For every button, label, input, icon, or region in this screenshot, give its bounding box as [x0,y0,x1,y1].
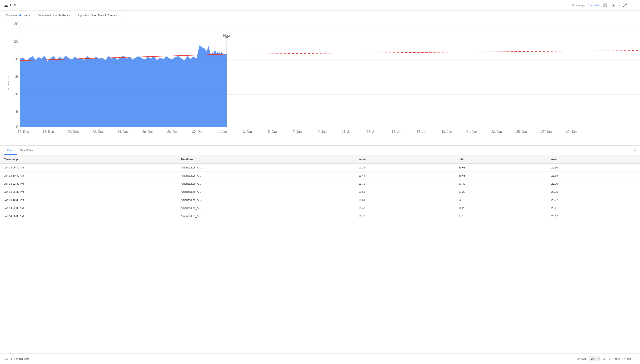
cell-1: America/Los_A... [177,164,354,172]
double-left-icon[interactable]: « [602,357,606,361]
svg-text:7. Jan: 7. Jan [293,130,302,134]
svg-line-4 [626,4,627,5]
more-icon[interactable]: ⋮ [630,2,636,8]
svg-text:22. Dec: 22. Dec [92,130,104,134]
cell-0: Jan 13 06:30 AM [0,164,177,172]
cell-2: 11.43 [354,204,454,212]
svg-text:18. Dec: 18. Dec [43,130,54,134]
time-range-label: Time range: [572,4,586,7]
svg-text:15. Jan: 15. Jan [392,130,402,134]
svg-text:21. Jan: 21. Jan [466,130,477,134]
data-table: Timestamp TimeZone kernel total user Jan… [0,155,640,220]
chart-container: % of one core 30 25 20 15 10 5 0 [0,20,640,146]
cell-1: America/Los_A... [177,180,354,188]
cell-4: 22.97 [547,196,640,204]
cell-0: Jan 13 10:30 AM [0,172,177,180]
svg-text:19. Jan: 19. Jan [442,130,452,134]
col-timezone: TimeZone [177,155,354,164]
svg-text:25. Jan: 25. Jan [516,130,527,134]
chevron-down-icon-page: ▾ [624,358,625,360]
export-icon[interactable] [602,2,608,8]
svg-text:25: 25 [14,40,18,44]
cell-2: 11.70 [354,212,454,220]
svg-text:28. Dec: 28. Dec [167,130,178,134]
svg-rect-0 [604,4,607,7]
per-page-label: Per Page: [576,357,588,360]
cpu-icon: ☁ [4,3,8,8]
cell-1: America/Los_A... [177,204,354,212]
svg-text:1. Jan: 1. Jan [218,130,227,134]
cell-3: 36.76 [454,196,547,204]
cell-4: 23.36 [547,180,640,188]
cell-4: 22.61 [547,204,640,212]
svg-line-5 [624,6,625,7]
svg-text:27. Jan: 27. Jan [541,130,552,134]
cell-0: Jan 14 02:30 AM [0,204,177,212]
svg-text:0: 0 [16,125,18,129]
chevron-left-icon[interactable]: ‹ [608,357,611,361]
cell-3: 35.61 [454,164,547,172]
footer: 151 - 175 of 181 Data Per Page: 25 50 10… [0,354,640,364]
svg-text:13. Jan: 13. Jan [367,130,378,134]
cell-4: 22.30 [547,164,640,172]
svg-text:3. Jan: 3. Jan [243,130,252,134]
cell-2: 11.78 [354,180,454,188]
cell-2: 11.51 [354,196,454,204]
header-right-actions: Time range: 1 month ▾ ▾ ⋮ [572,2,636,8]
svg-text:23. Jan: 23. Jan [491,130,502,134]
data-table-container: Timestamp TimeZone kernel total user Jan… [0,155,640,354]
cell-2: 11.63 [354,188,454,196]
expand-icon[interactable] [622,2,628,8]
chevron-right-icon[interactable]: › [632,357,636,361]
chart-inner: 30 25 20 15 10 5 0 [12,22,640,137]
svg-text:24. Dec: 24. Dec [117,130,128,134]
forecast-value: 14 days [59,14,68,17]
footer-summary: 151 - 175 of 181 Data [4,357,30,360]
table-row: Jan 13 06:30 AMAmerica/Los_A...11.1435.6… [0,164,640,172]
table-header-row: Timestamp TimeZone kernel total user [0,155,640,164]
tabs-row: Data Ops Notes ▾ [0,146,640,155]
controls-row: Datapoint: user ▾ Forecasted data: 14 da… [0,10,640,20]
table-row: Jan 13 02:30 PMAmerica/Los_A...11.7837.3… [0,180,640,188]
cell-1: America/Los_A... [177,188,354,196]
svg-rect-22 [227,22,640,129]
datapoint-label: Datapoint: [6,14,18,17]
cell-2: 11.44 [354,172,454,180]
table-row: Jan 13 10:30 AMAmerica/Los_A...11.4436.5… [0,172,640,180]
forecast-control[interactable]: Forecasted data: 14 days ▾ [36,13,72,18]
table-row: Jan 14 06:30 AMAmerica/Los_A...11.7037.1… [0,212,640,220]
header: ☁ CPU Time range: 1 month ▾ ▾ ⋮ [0,0,640,10]
cell-2: 11.14 [354,164,454,172]
page-value[interactable]: 7 ▾ [622,357,625,360]
forecast-label: Forecasted data: [38,14,58,17]
svg-text:20: 20 [14,57,18,61]
datapoint-control[interactable]: Datapoint: user ▾ [4,13,32,18]
algorithm-label: Algorithm: [78,14,90,17]
footer-pagination: Per Page: 25 50 100 « ‹ Page: 7 ▾ of 8 › [576,356,636,361]
total-pages: of 8 [626,357,631,360]
tab-data[interactable]: Data [4,146,16,155]
svg-text:30: 30 [14,22,18,26]
time-range-value[interactable]: 1 month ▾ [588,4,600,7]
cell-4: 23.17 [547,212,640,220]
page-title-section: ☁ CPU [4,3,18,8]
svg-text:5. Jan: 5. Jan [268,130,277,134]
chart-svg: 30 25 20 15 10 5 0 [12,22,640,137]
cell-1: America/Los_A... [177,212,354,220]
table-row: Jan 13 10:30 PMAmerica/Los_A...11.5136.7… [0,196,640,204]
chevron-down-icon-algorithm: ▾ [118,14,120,16]
per-page-select[interactable]: 25 50 100 [589,356,600,361]
cell-3: 36.51 [454,172,547,180]
tabs-collapse-icon[interactable]: ▾ [634,148,636,152]
col-timestamp: Timestamp [0,155,177,164]
download-icon[interactable] [610,2,616,8]
y-axis-label: % of one core [7,76,10,90]
tab-ops-notes[interactable]: Ops Notes [16,146,36,155]
svg-marker-27 [225,37,229,39]
svg-text:20. Dec: 20. Dec [68,130,79,134]
cell-3: 37.20 [454,188,547,196]
chevron-down-icon-forecast: ▾ [69,14,70,16]
algorithm-control[interactable]: Algorithm: Line of best fit forecast ▾ [76,13,122,18]
cell-0: Jan 13 02:30 PM [0,180,177,188]
col-total: total [454,155,547,164]
